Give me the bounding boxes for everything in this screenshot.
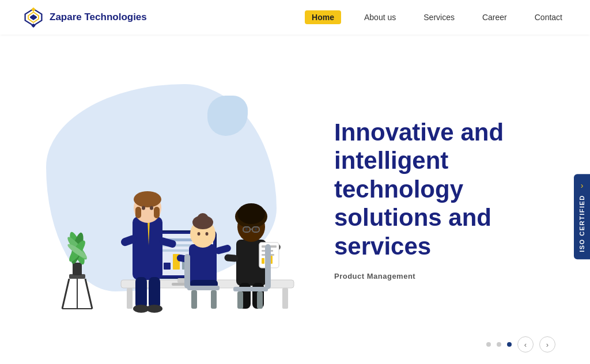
svg-point-37 — [142, 206, 145, 210]
nav-link-about[interactable]: About us — [360, 10, 400, 24]
svg-rect-18 — [282, 288, 288, 309]
svg-line-8 — [85, 279, 92, 309]
pagination-dot-3[interactable] — [507, 342, 512, 347]
svg-rect-57 — [184, 254, 190, 289]
svg-rect-78 — [233, 287, 268, 291]
svg-point-49 — [198, 232, 201, 236]
svg-rect-80 — [257, 291, 263, 309]
nav-link-contact[interactable]: Contact — [530, 10, 567, 24]
iso-badge[interactable]: › ISO Certified — [574, 174, 590, 259]
pagination: ‹ › — [486, 336, 555, 352]
prev-button[interactable]: ‹ — [517, 336, 534, 352]
nav-item-contact[interactable]: Contact — [530, 12, 567, 22]
svg-point-61 — [237, 203, 265, 224]
svg-point-48 — [197, 213, 209, 225]
hero-subtitle: Product Management — [334, 272, 555, 280]
svg-rect-45 — [189, 244, 217, 285]
svg-rect-54 — [187, 286, 220, 290]
svg-point-50 — [206, 232, 209, 236]
svg-rect-35 — [135, 207, 141, 218]
svg-rect-41 — [135, 277, 147, 309]
next-button[interactable]: › — [539, 336, 555, 352]
nav-link-services[interactable]: Services — [419, 10, 459, 24]
svg-rect-56 — [211, 290, 217, 309]
navbar: Zapare Technologies Home About us Servic… — [0, 0, 590, 35]
office-scene-svg — [35, 84, 311, 326]
nav-links: Home About us Services Career Contact — [305, 12, 567, 22]
hero-headline: Innovative and intelligent technology so… — [334, 118, 555, 261]
logo-icon — [23, 7, 44, 28]
svg-rect-55 — [191, 290, 197, 309]
logo-area[interactable]: Zapare Technologies — [23, 7, 147, 28]
svg-marker-2 — [31, 15, 37, 20]
nav-item-home[interactable]: Home — [305, 12, 341, 22]
svg-rect-81 — [265, 244, 271, 289]
svg-rect-52 — [214, 244, 232, 255]
pagination-dot-2[interactable] — [497, 342, 501, 347]
nav-item-career[interactable]: Career — [478, 12, 512, 22]
hero-section: Innovative and intelligent technology so… — [0, 35, 590, 364]
pagination-dot-1[interactable] — [486, 342, 491, 347]
svg-rect-21 — [177, 278, 186, 283]
svg-rect-6 — [73, 263, 82, 275]
svg-rect-3 — [31, 7, 36, 12]
brand-name: Zapare Technologies — [50, 12, 147, 23]
svg-rect-31 — [133, 217, 162, 280]
svg-rect-79 — [237, 291, 243, 309]
nav-item-about[interactable]: About us — [360, 12, 400, 22]
svg-rect-27 — [164, 263, 171, 270]
svg-rect-17 — [127, 288, 133, 309]
svg-rect-42 — [149, 277, 160, 309]
nav-item-services[interactable]: Services — [419, 12, 459, 22]
iso-label: ISO Certified — [578, 195, 585, 252]
svg-rect-73 — [262, 258, 264, 264]
nav-link-home[interactable]: Home — [305, 10, 341, 24]
svg-point-34 — [134, 191, 161, 207]
svg-point-66 — [255, 228, 257, 231]
hero-illustration — [35, 73, 311, 326]
svg-point-38 — [150, 206, 153, 210]
svg-line-7 — [62, 279, 69, 309]
svg-rect-36 — [154, 207, 160, 218]
chevron-right-icon: › — [581, 181, 584, 190]
nav-link-career[interactable]: Career — [478, 10, 512, 24]
svg-point-44 — [146, 305, 162, 313]
hero-text: Innovative and intelligent technology so… — [311, 118, 555, 281]
svg-point-65 — [245, 228, 248, 231]
